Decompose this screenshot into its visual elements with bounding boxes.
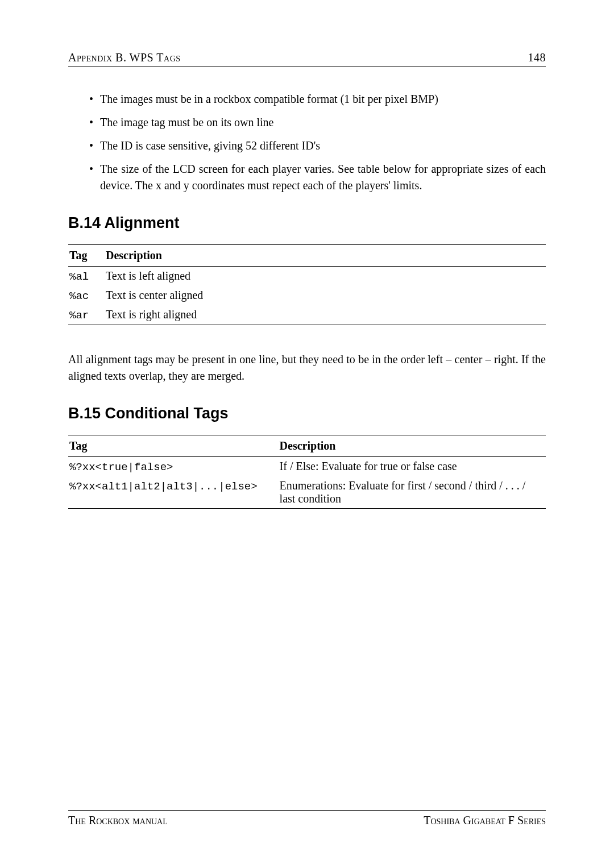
header-page-number: 148	[528, 51, 546, 64]
page: Appendix B. WPS Tags 148 The images must…	[0, 0, 614, 868]
running-head: Appendix B. WPS Tags 148	[68, 51, 546, 67]
tag-code: %ar	[69, 309, 89, 322]
tag-code: %ac	[69, 290, 89, 302]
tag-code: %?xx<true|false>	[69, 461, 173, 474]
tag-code: %?xx<alt1|alt2|alt3|...|else>	[69, 480, 258, 493]
alignment-table: Tag Description %al Text is left aligned…	[68, 244, 546, 325]
alignment-paragraph: All alignment tags may be present in one…	[68, 351, 546, 384]
table-header-desc: Description	[105, 245, 546, 267]
tag-desc: Text is center aligned	[105, 286, 546, 305]
tag-desc: Enumerations: Evaluate for first / secon…	[279, 476, 546, 509]
list-item: The size of the LCD screen for each play…	[99, 161, 546, 194]
table-row: %al Text is left aligned	[68, 267, 546, 286]
tag-desc: If / Else: Evaluate for true or false ca…	[279, 457, 546, 477]
table-row: %ac Text is center aligned	[68, 286, 546, 305]
section-alignment-title: B.14 Alignment	[68, 214, 546, 232]
conditional-table: Tag Description %?xx<true|false> If / El…	[68, 435, 546, 509]
tag-desc: Text is left aligned	[105, 267, 546, 286]
footer: The Rockbox manual Toshiba Gigabeat F Se…	[68, 810, 546, 827]
table-header-tag: Tag	[68, 435, 279, 457]
list-item: The ID is case sensitive, giving 52 diff…	[99, 138, 546, 154]
list-item: The image tag must be on its own line	[99, 114, 546, 131]
header-left: Appendix B. WPS Tags	[68, 51, 181, 64]
table-row: %?xx<alt1|alt2|alt3|...|else> Enumeratio…	[68, 476, 546, 509]
table-header-tag: Tag	[68, 245, 105, 267]
section-conditional-title: B.15 Conditional Tags	[68, 405, 546, 422]
table-row: %?xx<true|false> If / Else: Evaluate for…	[68, 457, 546, 477]
table-header-desc: Description	[279, 435, 546, 457]
footer-left: The Rockbox manual	[68, 814, 168, 827]
tag-desc: Text is right aligned	[105, 305, 546, 325]
table-row: %ar Text is right aligned	[68, 305, 546, 325]
list-item: The images must be in a rockbox compatib…	[99, 91, 546, 107]
footer-right: Toshiba Gigabeat F Series	[424, 814, 546, 827]
tag-code: %al	[69, 271, 89, 283]
notes-list: The images must be in a rockbox compatib…	[68, 91, 546, 194]
